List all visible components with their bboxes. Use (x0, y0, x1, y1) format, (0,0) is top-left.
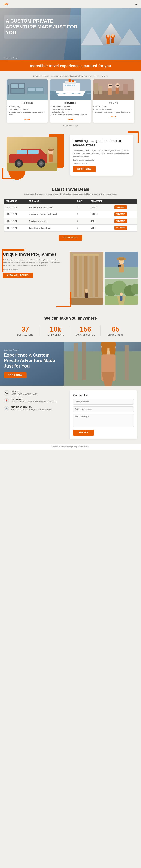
svg-rect-48 (28, 150, 39, 154)
contact-call-item: 📞 CALL US +1(800) 913 / +1(234) 567-9754 (4, 390, 66, 396)
tours-card: TOURS Preferred rates 200+ vetted provid… (93, 80, 134, 123)
message-textarea[interactable] (73, 414, 134, 427)
footer-inner: 📞 CALL US +1(800) 913 / +1(234) 567-9754… (4, 390, 137, 439)
stress-left (3, 136, 67, 174)
cruises-card: CRUISES Dedicated onboard hours Private … (50, 80, 91, 123)
svg-rect-66 (73, 254, 78, 256)
deal-price: 1,268 € (89, 211, 112, 218)
svg-rect-19 (8, 85, 9, 94)
unique-image-3 (105, 279, 138, 305)
svg-rect-5 (107, 39, 110, 44)
stat-destinations: 37 DESTINATIONS (10, 326, 40, 336)
svg-point-71 (85, 289, 88, 293)
svg-rect-44 (7, 163, 57, 172)
stat-clients-number: 10k (43, 326, 68, 333)
stat-clients-label: HAPPY CLIENTS (43, 334, 68, 336)
incredible-heading: Incredible travel experiences, curated f… (4, 64, 137, 68)
svg-rect-25 (69, 80, 71, 82)
cards-row: HOTELS Breakfast daily A lot, dining or … (3, 80, 138, 123)
svg-marker-22 (56, 91, 85, 96)
stress-body1: Lorem ipsum dolor sit amet, consectetur … (73, 149, 130, 157)
hotels-feature-3: Exclusive hotel amenities and experience… (9, 111, 46, 116)
footer-right: Contact Us SUBMIT (70, 390, 137, 439)
incredible-section: Incredible travel experiences, curated f… (0, 60, 141, 71)
cruises-more-link[interactable]: MORE (68, 119, 73, 121)
svg-point-100 (109, 342, 116, 356)
deal-days: 15 (75, 204, 89, 211)
stress-book-now-button[interactable]: BOOK NOW (73, 166, 96, 172)
services-subtitle: Please don't hesitate to contact us with… (3, 75, 138, 77)
logo: logo (4, 3, 8, 5)
svg-rect-13 (19, 84, 25, 88)
contact-form-heading: Contact Us (73, 394, 134, 397)
deals-read-more-button[interactable]: READ MORE (59, 235, 82, 241)
svg-rect-42 (94, 83, 98, 94)
deal-action[interactable]: VIEW TRIP (113, 218, 137, 224)
deals-heading: Latest Travel Deals (4, 187, 137, 192)
svg-rect-73 (70, 298, 103, 305)
deal-action[interactable]: VIEW TRIP (113, 224, 137, 231)
deal-action[interactable]: VIEW TRIP (113, 211, 137, 218)
svg-rect-31 (74, 85, 75, 86)
svg-rect-94 (74, 343, 78, 380)
tours-feature-1: Preferred rates (95, 105, 132, 108)
tours-title: TOURS (93, 101, 134, 104)
svg-point-99 (101, 342, 107, 356)
submit-button[interactable]: SUBMIT (73, 430, 94, 436)
svg-rect-65 (95, 255, 98, 297)
menu-icon[interactable]: ≡ (135, 2, 137, 6)
deal-trip: Zanzibar to Mombasa Falls (27, 204, 75, 211)
svg-rect-30 (72, 85, 73, 86)
experience-heading: Experience a Custom Private Adventure Ma… (4, 352, 64, 369)
svg-rect-40 (123, 84, 128, 94)
hero-content: A CUSTOM PRIVATE ADVENTURE MADE JUST FOR… (4, 15, 81, 38)
unique-image-1 (70, 252, 103, 305)
deals-section: Latest Travel Deals Lorem ipsum dolor si… (0, 181, 141, 246)
deal-trip: Mombasa to Mombasa (27, 218, 75, 224)
svg-rect-57 (48, 154, 52, 162)
hours-label: BUSINESS HOURS (10, 406, 52, 408)
deal-trip: Cape Town to Cape Town (27, 224, 75, 231)
svg-rect-62 (79, 255, 82, 297)
hotels-more-link[interactable]: MORE (25, 119, 30, 121)
tours-features: Preferred rates 200+ vetted providers Ac… (93, 105, 134, 114)
svg-rect-8 (111, 38, 114, 43)
svg-rect-39 (116, 85, 119, 86)
col-departure: DEPARTURE (4, 199, 27, 204)
hotels-features: Breakfast daily A lot, dining or room cr… (7, 105, 48, 116)
site-header: logo ≡ (0, 0, 141, 8)
cruises-feature-3: Onboard credits from (52, 111, 89, 114)
experience-book-now-button[interactable]: BOOK NOW (4, 372, 27, 378)
svg-rect-28 (67, 85, 69, 86)
contact-hours-item: 🕐 BUSINESS HOURS Mon - Fri ........ 9 am… (4, 406, 66, 411)
tours-more-link[interactable]: MORE (111, 116, 116, 118)
table-row: 13 SEP 2023 Zanzibar to Mombasa Falls 15… (4, 204, 137, 211)
cards-image-credit: Images from Freepik (3, 125, 138, 127)
deal-departure: 13 SEP 2023 (4, 211, 27, 218)
clock-icon: 🕐 (4, 406, 9, 411)
experience-section: Image from Freepik Experience a Custom P… (0, 342, 141, 385)
hotels-title: HOTELS (7, 101, 48, 104)
unique-cta-button[interactable]: VIEW ALL TOURS (3, 273, 33, 278)
col-days: DAYS (75, 199, 89, 204)
unique-section: Unique Travel Programmes Sed ut perspici… (0, 246, 141, 310)
deal-action[interactable]: VIEW TRIP (113, 204, 137, 211)
col-trip: TRIP NAME (27, 199, 75, 204)
svg-rect-70 (94, 254, 99, 256)
tours-image (93, 80, 134, 100)
stress-image-credit: Image from Freepik (73, 162, 130, 164)
email-input[interactable] (73, 406, 134, 412)
svg-rect-17 (36, 88, 43, 91)
stress-right: Traveling is a good method to release st… (70, 135, 134, 176)
deal-departure: 13 SEP 2023 (4, 204, 27, 211)
svg-rect-12 (11, 84, 18, 88)
deal-days: 3 (75, 224, 89, 231)
footer-bottom-text: Contact Us | Unsubscribe | Help | View f… (52, 446, 89, 447)
col-action (113, 199, 137, 204)
svg-rect-91 (120, 296, 122, 301)
stat-ideas: 65 UNIQUE IDEAS (101, 326, 131, 336)
svg-rect-67 (78, 254, 83, 256)
stat-clients: 10k HAPPY CLIENTS (40, 326, 71, 336)
name-input[interactable] (73, 399, 134, 405)
deal-price: 1,723 € (89, 204, 112, 211)
